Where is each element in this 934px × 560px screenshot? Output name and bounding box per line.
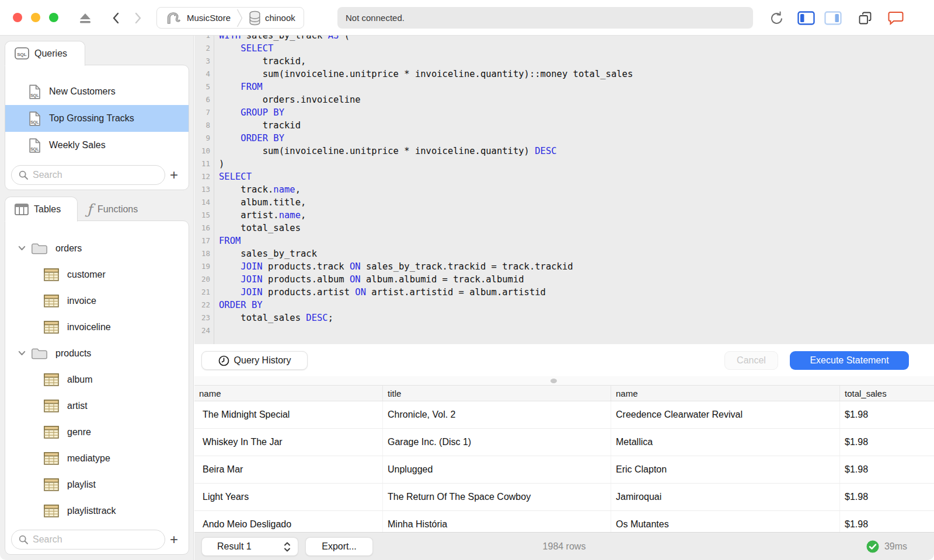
breadcrumb-database[interactable]: chinook	[243, 8, 301, 28]
line-number: 12	[194, 170, 214, 183]
minimize-window-button[interactable]	[31, 13, 40, 22]
tables-tree: orderscustomerinvoiceinvoicelineproducts…	[5, 235, 189, 524]
splitter-handle[interactable]	[550, 379, 557, 383]
add-table-button[interactable]: +	[165, 531, 183, 548]
main-pane: 1WITH sales_by_track AS (2 SELECT3 track…	[194, 36, 934, 560]
close-window-button[interactable]	[13, 13, 22, 22]
tree-schema-row[interactable]: products	[5, 340, 189, 366]
result-cell: Os Mutantes	[611, 511, 840, 532]
feedback-button[interactable]	[887, 10, 904, 26]
result-selector-label: Result 1	[217, 541, 252, 552]
tree-table-row[interactable]: genre	[5, 419, 189, 445]
result-row[interactable]: Whiskey In The JarGarage Inc. (Disc 1)Me…	[194, 429, 934, 456]
tree-table-row[interactable]: mediatype	[5, 445, 189, 471]
chevron-down-icon[interactable]	[18, 246, 26, 251]
breadcrumb-server-label: MusicStore	[187, 13, 231, 23]
tree-table-row[interactable]: customer	[5, 261, 189, 288]
line-number: 8	[194, 119, 214, 132]
line-number: 6	[194, 93, 214, 106]
forward-button[interactable]	[130, 10, 147, 26]
code-line: 22ORDER BY	[194, 299, 934, 312]
result-cell: Jamiroquai	[611, 484, 840, 510]
query-item-label: Weekly Sales	[49, 140, 106, 150]
result-row[interactable]: The Midnight SpecialChronicle, Vol. 2Cre…	[194, 401, 934, 429]
result-cell: $1.98	[840, 484, 934, 510]
code-line: 5 FROM	[194, 80, 934, 93]
tree-table-row[interactable]: playlisttrack	[5, 498, 189, 524]
tab-queries[interactable]: SQL Queries	[5, 41, 85, 66]
line-number: 15	[194, 209, 214, 222]
result-cell: $1.98	[840, 401, 934, 428]
tree-table-row[interactable]: playlist	[5, 471, 189, 498]
query-timing: 39ms	[866, 533, 907, 560]
line-number: 16	[194, 222, 214, 235]
result-selector[interactable]: Result 1	[201, 537, 298, 556]
sql-editor[interactable]: 1WITH sales_by_track AS (2 SELECT3 track…	[194, 36, 934, 344]
zoom-window-button[interactable]	[49, 13, 58, 22]
query-list-item[interactable]: SQLTop Grossing Tracks	[5, 105, 189, 132]
column-header[interactable]: title	[383, 386, 611, 401]
export-label: Export...	[322, 541, 357, 552]
result-row[interactable]: Light YearsThe Return Of The Space Cowbo…	[194, 484, 934, 511]
postgres-elephant-icon	[165, 10, 183, 25]
sql-code: 1WITH sales_by_track AS (2 SELECT3 track…	[194, 36, 934, 337]
tree-table-row[interactable]: artist	[5, 393, 189, 419]
eject-disconnect-button[interactable]	[76, 10, 94, 26]
title-toolbar: MusicStore chinook Not connected.	[0, 0, 934, 36]
query-list-item[interactable]: SQLNew Customers	[5, 78, 189, 105]
duration-label: 39ms	[884, 541, 907, 552]
line-number: 22	[194, 299, 214, 312]
queries-search-input[interactable]: Search	[11, 165, 165, 185]
column-header[interactable]: name	[611, 386, 840, 401]
line-number: 7	[194, 106, 214, 119]
database-icon	[249, 10, 261, 26]
back-button[interactable]	[107, 10, 124, 26]
table-label: playlist	[67, 480, 96, 490]
export-button[interactable]: Export...	[305, 537, 373, 556]
tree-table-row[interactable]: invoice	[5, 288, 189, 314]
tab-tables[interactable]: Tables	[5, 197, 78, 222]
connection-status-text: Not connected.	[346, 13, 405, 23]
pane-splitter[interactable]	[194, 376, 934, 385]
result-cell: Metallica	[611, 429, 840, 456]
tab-functions[interactable]: ƒ Functions	[78, 197, 165, 222]
execute-statement-label: Execute Statement	[810, 355, 888, 366]
code-line: 4 sum(invoiceline.unitprice * invoicelin…	[194, 68, 934, 80]
chevron-down-icon[interactable]	[18, 351, 26, 356]
table-icon	[44, 400, 59, 412]
queries-search-placeholder: Search	[33, 170, 62, 180]
column-header[interactable]: name	[194, 386, 383, 401]
query-list-item[interactable]: SQLWeekly Sales	[5, 132, 189, 159]
code-text: ORDER BY	[214, 132, 284, 145]
refresh-button[interactable]	[768, 10, 785, 26]
result-row[interactable]: Ando Meio DesligadoMinha HistóriaOs Muta…	[194, 511, 934, 532]
result-cell: Garage Inc. (Disc 1)	[383, 429, 611, 456]
table-columns-icon	[15, 204, 29, 215]
query-history-button[interactable]: Query History	[201, 351, 308, 370]
code-text: SELECT	[214, 170, 252, 183]
toggle-left-sidebar-button[interactable]	[797, 10, 815, 26]
tree-schema-row[interactable]: orders	[5, 235, 189, 261]
code-line: 24	[194, 324, 934, 337]
code-line: 19 JOIN products.track ON sales_by_track…	[194, 260, 934, 273]
chat-icon	[888, 11, 904, 25]
execute-statement-button[interactable]: Execute Statement	[790, 351, 909, 370]
tree-table-row[interactable]: invoiceline	[5, 314, 189, 340]
tree-table-row[interactable]: album	[5, 366, 189, 393]
cancel-button[interactable]: Cancel	[724, 351, 778, 370]
toggle-right-sidebar-button[interactable]	[824, 10, 842, 26]
line-number: 23	[194, 312, 214, 324]
column-header[interactable]: total_sales	[840, 386, 934, 401]
breadcrumb-server[interactable]: MusicStore	[159, 8, 236, 28]
queries-search-row: Search +	[11, 165, 183, 185]
table-icon	[44, 452, 59, 465]
table-label: invoiceline	[67, 322, 111, 332]
sql-file-icon: SQL	[29, 85, 41, 99]
result-cell: Creedence Clearwater Revival	[611, 401, 840, 428]
code-line: 7 GROUP BY	[194, 106, 934, 119]
result-row[interactable]: Beira MarUnpluggedEric Clapton$1.98	[194, 456, 934, 484]
add-query-button[interactable]: +	[165, 167, 183, 183]
manage-windows-button[interactable]	[856, 10, 874, 26]
tables-search-input[interactable]: Search	[11, 530, 165, 550]
schema-label: products	[55, 348, 91, 359]
